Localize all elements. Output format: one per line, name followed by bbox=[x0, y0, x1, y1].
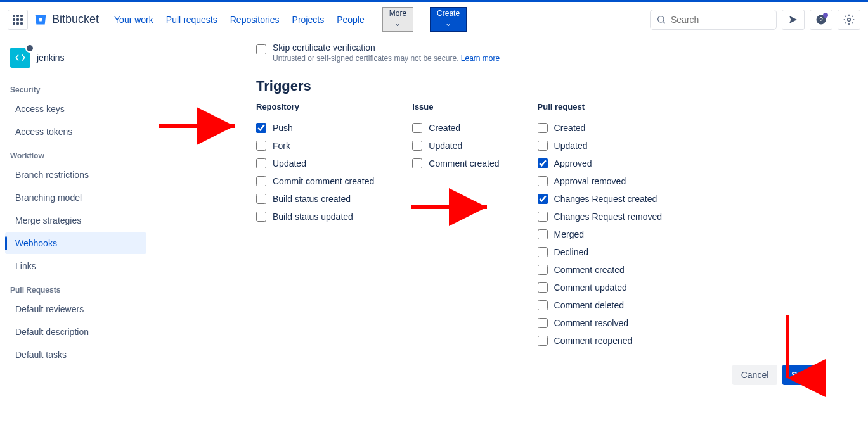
pr-approved-checkbox[interactable] bbox=[538, 158, 548, 168]
trigger-row: Push bbox=[256, 119, 374, 137]
pr-comment-created-checkbox[interactable] bbox=[538, 265, 548, 275]
sidebar-item-default-reviewers[interactable]: Default reviewers bbox=[5, 298, 146, 320]
nav-repositories[interactable]: Repositories bbox=[230, 15, 280, 25]
pr-comment-reopened-checkbox[interactable] bbox=[538, 336, 548, 346]
nav-projects[interactable]: Projects bbox=[292, 15, 325, 25]
issue-created-checkbox[interactable] bbox=[412, 123, 422, 133]
top-navigation: Bitbucket Your work Pull requests Reposi… bbox=[0, 2, 868, 37]
trigger-row: Comment resolved bbox=[538, 314, 662, 332]
trigger-label[interactable]: Build status created bbox=[273, 194, 351, 204]
skip-cert-checkbox[interactable] bbox=[256, 44, 266, 54]
cancel-button[interactable]: Cancel bbox=[732, 365, 778, 385]
trigger-label[interactable]: Created bbox=[429, 123, 460, 133]
repo-updated-checkbox[interactable] bbox=[256, 158, 266, 168]
save-button[interactable]: Save bbox=[782, 365, 821, 385]
pr-approval-removed-checkbox[interactable] bbox=[538, 176, 548, 186]
sidebar-item-links[interactable]: Links bbox=[5, 255, 146, 277]
trigger-row: Updated bbox=[538, 137, 662, 155]
pr-comment-resolved-checkbox[interactable] bbox=[538, 318, 548, 328]
project-lock-badge-icon bbox=[25, 44, 34, 53]
trigger-label[interactable]: Comment reopened bbox=[554, 336, 633, 346]
nav-pull-requests[interactable]: Pull requests bbox=[166, 15, 217, 25]
trigger-row: Approved bbox=[538, 155, 662, 172]
trigger-row: Comment reopened bbox=[538, 332, 662, 350]
repo-commit-comment-created-checkbox[interactable] bbox=[256, 176, 266, 186]
sidebar-section-title: Workflow bbox=[0, 144, 152, 163]
repo-push-checkbox[interactable] bbox=[256, 123, 266, 133]
trigger-label[interactable]: Comment created bbox=[429, 158, 499, 168]
trigger-label[interactable]: Updated bbox=[273, 158, 306, 168]
sidebar-item-merge-strategies[interactable]: Merge strategies bbox=[5, 210, 146, 231]
sidebar-item-access-tokens[interactable]: Access tokens bbox=[5, 121, 146, 143]
nav-your-work[interactable]: Your work bbox=[114, 15, 153, 25]
trigger-label[interactable]: Updated bbox=[554, 141, 588, 151]
sidebar-item-webhooks[interactable]: Webhooks bbox=[5, 232, 146, 254]
app-switcher-button[interactable] bbox=[8, 10, 28, 30]
notification-dot-icon bbox=[823, 13, 828, 18]
nav-more-dropdown[interactable]: More ⌄ bbox=[382, 7, 413, 32]
pr-declined-checkbox[interactable] bbox=[538, 247, 548, 257]
trigger-row: Commit comment created bbox=[256, 172, 374, 190]
sidebar-item-branch-restrictions[interactable]: Branch restrictions bbox=[5, 164, 146, 186]
trigger-row: Comment deleted bbox=[538, 296, 662, 314]
sidebar-item-default-description[interactable]: Default description bbox=[5, 321, 146, 343]
sidebar-item-branching-model[interactable]: Branching model bbox=[5, 187, 146, 208]
product-logo[interactable]: Bitbucket bbox=[33, 12, 99, 27]
trigger-row: Created bbox=[412, 119, 499, 137]
nav-people[interactable]: People bbox=[337, 15, 365, 25]
pr-changes-request-removed-checkbox[interactable] bbox=[538, 212, 548, 222]
issue-comment-created-checkbox[interactable] bbox=[412, 158, 422, 168]
trigger-label[interactable]: Fork bbox=[273, 141, 290, 151]
svg-line-1 bbox=[663, 21, 665, 23]
issue-updated-checkbox[interactable] bbox=[412, 141, 422, 151]
trigger-row: Comment updated bbox=[538, 279, 662, 296]
trigger-label[interactable]: Merged bbox=[554, 229, 584, 239]
repo-build-status-updated-checkbox[interactable] bbox=[256, 212, 266, 222]
pr-updated-checkbox[interactable] bbox=[538, 141, 548, 151]
col-title-issue: Issue bbox=[412, 102, 499, 111]
trigger-label[interactable]: Approved bbox=[554, 158, 592, 168]
gear-icon bbox=[843, 14, 855, 25]
trigger-label[interactable]: Push bbox=[273, 123, 293, 133]
trigger-col-pull-request: Pull request CreatedUpdatedApprovedAppro… bbox=[538, 102, 662, 350]
repo-fork-checkbox[interactable] bbox=[256, 141, 266, 151]
sidebar-section-title: Pull Requests bbox=[0, 278, 152, 297]
trigger-row: Declined bbox=[538, 243, 662, 261]
pr-changes-request-created-checkbox[interactable] bbox=[538, 194, 548, 204]
trigger-label[interactable]: Comment updated bbox=[554, 282, 627, 293]
trigger-row: Updated bbox=[256, 155, 374, 172]
project-header[interactable]: jenkins bbox=[0, 48, 152, 78]
product-name: Bitbucket bbox=[52, 13, 99, 26]
skip-cert-label: Skip certificate verification bbox=[273, 42, 500, 53]
help-button[interactable]: ? bbox=[810, 10, 832, 30]
svg-text:?: ? bbox=[819, 15, 823, 23]
sidebar-item-default-tasks[interactable]: Default tasks bbox=[5, 344, 146, 365]
trigger-label[interactable]: Comment created bbox=[554, 265, 625, 275]
repo-build-status-created-checkbox[interactable] bbox=[256, 194, 266, 204]
trigger-label[interactable]: Commit comment created bbox=[273, 176, 374, 186]
learn-more-link[interactable]: Learn more bbox=[461, 54, 500, 63]
trigger-label[interactable]: Updated bbox=[429, 141, 462, 151]
trigger-label[interactable]: Build status updated bbox=[273, 212, 353, 222]
search-input[interactable] bbox=[650, 10, 777, 30]
trigger-label[interactable]: Created bbox=[554, 123, 586, 133]
svg-point-4 bbox=[848, 18, 851, 21]
trigger-label[interactable]: Comment deleted bbox=[554, 300, 625, 310]
create-button[interactable]: Create ⌄ bbox=[430, 7, 467, 32]
project-icon bbox=[10, 48, 30, 68]
trigger-label[interactable]: Approval removed bbox=[554, 176, 626, 186]
pr-comment-deleted-checkbox[interactable] bbox=[538, 300, 548, 310]
sidebar-item-access-keys[interactable]: Access keys bbox=[5, 98, 146, 120]
pr-created-checkbox[interactable] bbox=[538, 123, 548, 133]
trigger-label[interactable]: Declined bbox=[554, 247, 588, 257]
apps-grid-icon bbox=[13, 15, 23, 25]
trigger-label[interactable]: Changes Request removed bbox=[554, 212, 662, 222]
trigger-label[interactable]: Comment resolved bbox=[554, 318, 629, 328]
left-sidebar: jenkins SecurityAccess keysAccess tokens… bbox=[0, 37, 152, 425]
settings-button[interactable] bbox=[838, 10, 860, 30]
sidebar-section-title: Security bbox=[0, 78, 152, 97]
pr-merged-checkbox[interactable] bbox=[538, 229, 548, 239]
pr-comment-updated-checkbox[interactable] bbox=[538, 282, 548, 293]
trigger-label[interactable]: Changes Request created bbox=[554, 194, 657, 204]
notifications-button[interactable] bbox=[782, 10, 805, 30]
